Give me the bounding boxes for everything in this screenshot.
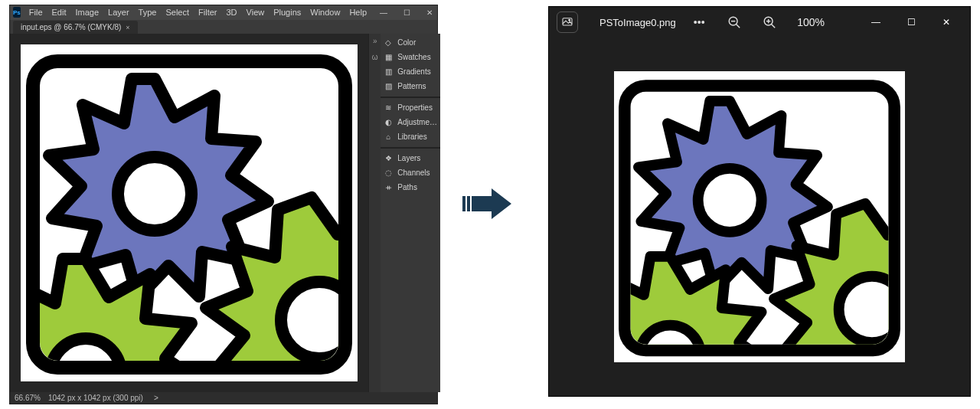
- panel-label: Libraries: [397, 133, 426, 141]
- panel-label: Properties: [397, 103, 433, 112]
- minimize-button[interactable]: —: [858, 7, 893, 38]
- expand-icon[interactable]: »: [373, 37, 377, 45]
- paths-icon: ᚑ: [384, 182, 393, 191]
- panel-libraries[interactable]: ⌂Libraries: [381, 129, 440, 144]
- panel-properties[interactable]: ≋Properties: [381, 97, 440, 115]
- properties-icon: ≋: [384, 103, 393, 112]
- menu-window[interactable]: Window: [306, 6, 344, 18]
- document-canvas[interactable]: [21, 44, 358, 381]
- tab-close-icon[interactable]: ×: [126, 24, 129, 31]
- menu-3d[interactable]: 3D: [223, 6, 241, 18]
- svg-point-9: [569, 19, 570, 21]
- zoom-out-button[interactable]: [727, 15, 742, 30]
- menu-view[interactable]: View: [243, 6, 269, 18]
- menu-layer[interactable]: Layer: [104, 6, 133, 18]
- panel-channels[interactable]: ◌Channels: [381, 165, 440, 180]
- swatches-icon: ▦: [384, 52, 393, 61]
- libraries-icon: ⌂: [384, 132, 393, 141]
- panel-label: Paths: [397, 183, 417, 191]
- layers-icon: ❖: [384, 153, 393, 162]
- status-dimensions: 1042 px x 1042 px (300 ppi): [48, 394, 143, 402]
- photoshop-menubar: Ps File Edit Image Layer Type Select Fil…: [10, 5, 437, 20]
- svg-point-21: [640, 326, 701, 362]
- panel-gradients[interactable]: ▥Gradients: [381, 64, 440, 79]
- panel-label: Channels: [397, 169, 430, 177]
- photos-window-controls: — ☐ ✕: [858, 7, 964, 38]
- panel-label: Adjustme…: [397, 118, 437, 126]
- photos-filename: PSToImage0.png: [599, 17, 676, 28]
- menu-help[interactable]: Help: [345, 6, 371, 18]
- arrow-icon: [462, 188, 511, 219]
- panel-swatches[interactable]: ▦Swatches: [381, 50, 440, 64]
- document-tab-bar: input.eps @ 66.7% (CMYK/8) ×: [10, 20, 437, 34]
- svg-rect-5: [462, 196, 466, 211]
- svg-point-19: [698, 169, 762, 232]
- panel-label: Swatches: [397, 53, 430, 61]
- photoshop-logo-icon: Ps: [13, 7, 21, 18]
- menu-type[interactable]: Type: [135, 6, 161, 18]
- panel-color[interactable]: ◇Color: [381, 35, 440, 50]
- document-tab[interactable]: input.eps @ 66.7% (CMYK/8) ×: [13, 21, 138, 34]
- displayed-image[interactable]: [614, 71, 905, 362]
- panel-adjustments[interactable]: ◐Adjustme…: [381, 115, 440, 129]
- menu-plugins[interactable]: Plugins: [270, 6, 305, 18]
- status-chevron-icon[interactable]: >: [151, 394, 162, 402]
- svg-line-14: [772, 25, 776, 28]
- gradients-icon: ▥: [384, 67, 393, 76]
- gears-image: [21, 44, 358, 381]
- menu-select[interactable]: Select: [162, 6, 193, 18]
- panel-iconbar: » ω: [369, 34, 381, 392]
- photos-toolbar: ••• 100% — ☐ ✕: [691, 7, 967, 38]
- tool-icon[interactable]: ω: [372, 53, 378, 61]
- photos-titlebar: PSToImage0.png ••• 100% — ☐ ✕: [549, 7, 970, 38]
- photos-body[interactable]: [549, 38, 970, 396]
- photoshop-body: » ω ◇Color ▦Swatches ▥Gradients ▨Pattern…: [10, 34, 437, 392]
- zoom-percentage[interactable]: 100%: [797, 16, 825, 28]
- status-bar: 66.67% 1042 px x 1042 px (300 ppi) >: [10, 392, 437, 404]
- menu-filter[interactable]: Filter: [194, 6, 220, 18]
- photoshop-window: Ps File Edit Image Layer Type Select Fil…: [9, 5, 438, 404]
- svg-point-2: [118, 157, 191, 231]
- panel-patterns[interactable]: ▨Patterns: [381, 79, 440, 93]
- photoshop-window-controls: — ☐ ✕: [372, 6, 441, 18]
- svg-point-4: [51, 339, 121, 381]
- svg-rect-6: [467, 196, 470, 211]
- adjustments-icon: ◐: [384, 117, 393, 126]
- panel-paths[interactable]: ᚑPaths: [381, 180, 440, 195]
- photos-app-icon: [557, 11, 578, 33]
- channels-icon: ◌: [384, 168, 393, 177]
- panel-label: Patterns: [397, 82, 426, 90]
- panel-label: Color: [397, 38, 416, 47]
- canvas-area[interactable]: [10, 34, 368, 392]
- panel-label: Layers: [397, 154, 420, 162]
- maximize-button[interactable]: ☐: [893, 7, 929, 38]
- menu-image[interactable]: Image: [72, 6, 103, 18]
- color-icon: ◇: [384, 38, 393, 47]
- close-button[interactable]: ✕: [418, 6, 441, 18]
- status-zoom[interactable]: 66.67%: [15, 394, 41, 402]
- zoom-in-button[interactable]: [762, 15, 777, 30]
- photos-viewer-window: PSToImage0.png ••• 100% — ☐ ✕: [548, 6, 971, 397]
- right-panel-column: » ω ◇Color ▦Swatches ▥Gradients ▨Pattern…: [368, 34, 440, 392]
- svg-line-11: [737, 25, 740, 28]
- more-button[interactable]: •••: [691, 15, 707, 30]
- comparison-stage: Ps File Edit Image Layer Type Select Fil…: [0, 0, 980, 409]
- patterns-icon: ▨: [384, 81, 393, 90]
- menu-edit[interactable]: Edit: [48, 6, 70, 18]
- panel-label: Gradients: [397, 67, 430, 76]
- svg-marker-7: [472, 188, 511, 219]
- gears-image: [614, 71, 905, 362]
- maximize-button[interactable]: ☐: [395, 6, 418, 18]
- tab-title: input.eps @ 66.7% (CMYK/8): [21, 23, 121, 31]
- panel-layers[interactable]: ❖Layers: [381, 147, 440, 165]
- close-button[interactable]: ✕: [929, 7, 964, 38]
- menu-file[interactable]: File: [25, 6, 47, 18]
- minimize-button[interactable]: —: [372, 6, 395, 18]
- panel-list: ◇Color ▦Swatches ▥Gradients ▨Patterns ≋P…: [381, 34, 440, 392]
